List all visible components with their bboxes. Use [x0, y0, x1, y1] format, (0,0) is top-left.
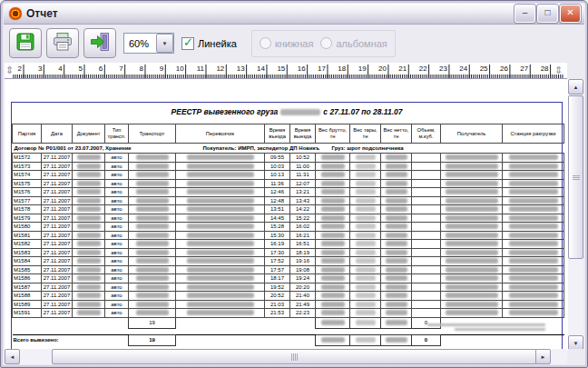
zoom-select[interactable]: 60% ▼	[123, 33, 174, 54]
svg-text:19: 19	[358, 65, 367, 73]
cell-time-in: 21:53	[265, 309, 290, 318]
cell-batch: М1576	[13, 188, 42, 197]
cell-time-out: 11:31	[290, 171, 316, 180]
horizontal-scrollbar[interactable]: ◄ ►	[5, 349, 567, 364]
buyer-label: Покупатель: ИМРП, экспедитор ДП Новикъ	[203, 144, 320, 152]
cell-date: 27.11.2007	[42, 214, 73, 223]
report-preview-area[interactable]: 28.11.2007 РЕЕСТР вывезенного грузас 27.…	[5, 79, 568, 351]
redacted-value	[509, 302, 558, 307]
cell-gross-weight	[316, 171, 350, 180]
svg-text:6: 6	[99, 65, 103, 73]
redacted-value	[446, 275, 498, 281]
redacted-value	[386, 275, 407, 281]
cell-tare-weight	[350, 248, 381, 257]
cell-volume	[412, 231, 441, 240]
redacted-value	[321, 224, 345, 229]
cell-batch: М1591	[13, 309, 42, 318]
ruler-checkbox[interactable]: ✓	[181, 37, 194, 50]
empty	[176, 317, 316, 328]
maximize-button[interactable]: □	[537, 5, 558, 23]
cell-volume	[412, 309, 441, 318]
cell-transport	[129, 240, 176, 249]
cell-transport-type: авто	[105, 188, 129, 197]
column-header: Время въезда	[265, 124, 290, 144]
titlebar[interactable]: Отчет – □ ✕	[4, 4, 584, 25]
vertical-scrollbar[interactable]: ▲ ▼	[568, 79, 583, 351]
cell-transport-type: авто	[105, 248, 129, 257]
cell-document	[73, 257, 105, 266]
redacted-value	[356, 224, 376, 229]
zoom-dropdown-button[interactable]: ▼	[156, 34, 173, 53]
scroll-left-button[interactable]: ◄	[5, 349, 20, 364]
cell-volume	[412, 188, 441, 197]
svg-text:4: 4	[58, 65, 63, 73]
cell-time-in: 11:36	[265, 179, 290, 188]
total-tare	[350, 334, 381, 345]
svg-text:13: 13	[237, 65, 245, 73]
redacted-value	[136, 154, 169, 160]
cell-net-weight	[381, 265, 412, 274]
ruler-margin-marker-left[interactable]: ⇕	[5, 63, 14, 78]
minimize-button[interactable]: –	[514, 5, 535, 23]
table-row: М157327.11.2007авто10:0311:00	[13, 162, 564, 171]
cell-volume	[412, 162, 441, 171]
cell-recipient	[441, 309, 503, 318]
cell-date: 27.11.2007	[42, 223, 73, 232]
redacted-value	[321, 181, 345, 186]
save-button[interactable]	[9, 28, 42, 58]
redacted-value	[187, 154, 254, 160]
cell-carrier	[176, 214, 265, 223]
print-button[interactable]	[46, 28, 79, 58]
svg-text:18: 18	[338, 65, 346, 73]
cell-volume	[412, 274, 441, 283]
total-label: Всего вывезено:	[13, 334, 129, 345]
cell-volume	[412, 214, 441, 223]
radio-landscape[interactable]: альбомная	[320, 37, 387, 49]
cell-volume	[412, 283, 441, 292]
cell-date: 27.11.2007	[42, 283, 73, 292]
redacted-value	[386, 224, 407, 229]
radio-portrait[interactable]: книжная	[260, 37, 314, 49]
redacted-value	[509, 198, 558, 204]
cell-tare-weight	[350, 265, 381, 274]
vertical-scrollbar-thumb[interactable]	[568, 95, 583, 259]
cell-tare-weight	[350, 188, 381, 197]
redacted-value	[136, 233, 169, 238]
cell-transport-type: авто	[105, 309, 129, 318]
total-transport: 19	[129, 334, 176, 345]
cell-recipient	[441, 154, 503, 163]
export-exit-button[interactable]	[83, 28, 116, 58]
redacted-value	[136, 189, 169, 194]
table-row: М157527.11.2007авто11:3612:07	[13, 179, 564, 188]
cell-time-in: 10:13	[265, 171, 290, 180]
redacted-value	[509, 164, 558, 169]
redacted-value	[321, 215, 345, 221]
cell-net-weight	[381, 300, 412, 309]
close-button[interactable]: ✕	[560, 5, 581, 23]
svg-text:15: 15	[277, 65, 285, 73]
redacted-value	[321, 275, 345, 281]
cell-recipient	[441, 214, 503, 223]
cell-recipient	[441, 257, 503, 266]
cell-document	[73, 214, 105, 223]
cell-unload-station	[503, 162, 564, 171]
cell-volume	[412, 300, 441, 309]
svg-text:21: 21	[398, 65, 407, 73]
cell-time-in: 16:19	[265, 240, 290, 249]
scroll-up-button[interactable]: ▲	[568, 79, 583, 94]
redacted-value	[77, 172, 101, 177]
redacted-value	[386, 233, 407, 238]
horizontal-scrollbar-thumb[interactable]	[52, 349, 537, 364]
cell-volume	[412, 154, 441, 163]
scroll-right-button[interactable]: ►	[535, 349, 551, 364]
toolbar: 60% ▼ ✓ Линейка книжная альбомная	[5, 25, 583, 62]
redacted-value	[321, 250, 345, 255]
redacted-value	[321, 172, 345, 177]
redacted-company-name	[280, 109, 320, 115]
ruler-checkbox-wrap[interactable]: ✓ Линейка	[181, 37, 237, 50]
cell-batch: М1587	[13, 283, 42, 292]
cell-carrier	[176, 309, 265, 318]
cell-tare-weight	[350, 196, 381, 205]
cell-net-weight	[381, 154, 412, 163]
ruler-margin-marker-right[interactable]: ⇕	[554, 63, 563, 78]
